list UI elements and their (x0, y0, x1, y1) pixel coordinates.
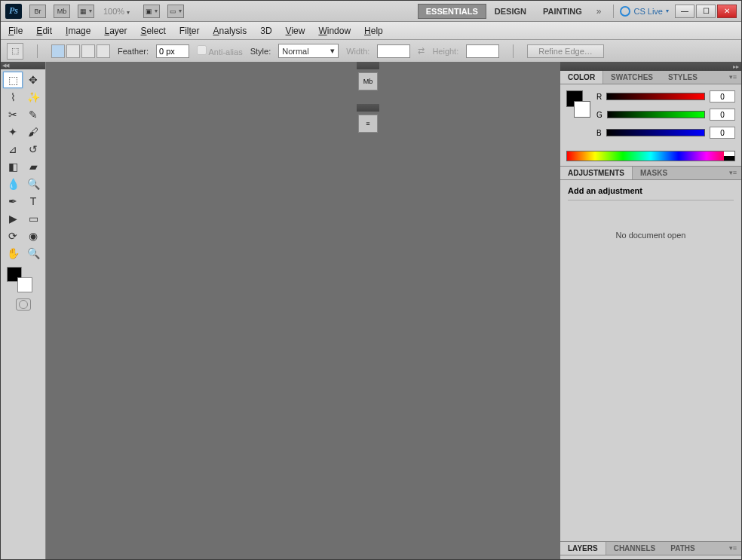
zoom-level[interactable]: 100% (103, 7, 130, 16)
swap-wh-icon: ⇄ (418, 46, 425, 56)
tool-eyedropper[interactable]: ✎ (23, 106, 43, 123)
slider-green[interactable] (607, 111, 705, 118)
tab-layers[interactable]: LAYERS (560, 542, 606, 555)
selection-mode-group (51, 44, 110, 58)
menu-image[interactable]: Image (66, 26, 90, 36)
bridge-button[interactable]: Br (29, 5, 46, 18)
minimize-button[interactable]: — (675, 5, 694, 18)
workspace-switcher: ESSENTIALS DESIGN PAINTING » (418, 4, 608, 19)
tool-gradient[interactable]: ▰ (23, 158, 43, 175)
antialias-checkbox: Anti-alias (197, 45, 243, 57)
tool-history-brush[interactable]: ↺ (23, 141, 43, 158)
tool-path-select[interactable]: ▶ (3, 210, 23, 227)
selection-new[interactable] (51, 44, 65, 58)
tab-adjustments[interactable]: ADJUSTMENTS (560, 167, 633, 179)
title-bar: Ps Br Mb ▦ 100% ▣ ▭ ESSENTIALS DESIGN PA… (1, 1, 741, 22)
color-spectrum[interactable] (566, 151, 735, 161)
tool-shape[interactable]: ▭ (23, 210, 43, 227)
options-bar: ⬚ Feather: Anti-alias Style: Normal▾ Wid… (1, 40, 741, 63)
tab-color[interactable]: COLOR (560, 71, 603, 84)
height-label: Height: (432, 47, 458, 56)
tool-3d-orbit[interactable]: ◉ (23, 228, 43, 244)
menu-filter[interactable]: Filter (179, 26, 200, 36)
feather-label: Feather: (118, 47, 149, 56)
app-logo: Ps (5, 4, 22, 19)
workspace-design[interactable]: DESIGN (486, 4, 535, 19)
menu-3d[interactable]: 3D (260, 26, 271, 36)
arrange-docs-dropdown[interactable]: ▣ (143, 5, 160, 18)
selection-intersect[interactable] (97, 44, 110, 58)
cs-live-button[interactable]: CS Live▾ (620, 6, 669, 17)
tool-pen[interactable]: ✒ (3, 193, 23, 210)
color-panel-menu[interactable]: ▾≡ (725, 71, 741, 84)
screen-mode-dropdown[interactable]: ▭ (167, 5, 184, 18)
quick-mask-toggle[interactable] (16, 298, 31, 311)
current-tool-preset[interactable]: ⬚ (7, 43, 23, 60)
maximize-button[interactable]: ☐ (696, 5, 716, 18)
menu-edit[interactable]: Edit (36, 26, 52, 36)
value-blue[interactable] (710, 127, 735, 139)
tool-clone[interactable]: ⊿ (3, 141, 23, 158)
tab-masks[interactable]: MASKS (633, 167, 675, 179)
menu-bar: File Edit Image Layer Select Filter Anal… (1, 22, 741, 40)
value-red[interactable] (710, 90, 735, 103)
slider-blue[interactable] (606, 129, 705, 136)
adjustments-title: Add an adjustment (568, 186, 734, 195)
feather-input[interactable] (156, 44, 189, 58)
tool-type[interactable]: T (23, 193, 43, 210)
tool-marquee[interactable]: ⬚ (3, 72, 23, 88)
panels-collapse-icon[interactable]: ▸▸ (733, 63, 739, 70)
menu-select[interactable]: Select (140, 26, 165, 36)
tool-hand[interactable]: ✋ (3, 245, 23, 262)
workspace-more[interactable]: » (590, 6, 608, 17)
menu-help[interactable]: Help (364, 26, 383, 36)
tab-swatches[interactable]: SWATCHES (603, 71, 661, 84)
menu-analysis[interactable]: Analysis (213, 26, 247, 36)
width-label: Width: (346, 47, 369, 56)
selection-add[interactable] (66, 44, 80, 58)
background-color[interactable] (17, 277, 32, 292)
tool-lasso[interactable]: ⌇ (3, 89, 23, 106)
adjustments-panel-tabs: ADJUSTMENTS MASKS ▾≡ (560, 167, 741, 180)
panel-background-color[interactable] (574, 101, 590, 118)
style-select[interactable]: Normal▾ (278, 44, 339, 58)
tab-styles[interactable]: STYLES (661, 71, 705, 84)
tool-spot-heal[interactable]: ✦ (3, 124, 23, 140)
dock-history-icon[interactable]: ≡ (358, 115, 378, 133)
collapsed-dock: Mb ≡ (357, 62, 379, 136)
adjustments-panel-menu[interactable]: ▾≡ (725, 167, 741, 179)
tab-channels[interactable]: CHANNELS (606, 542, 664, 555)
close-button[interactable]: ✕ (717, 5, 737, 18)
tool-brush[interactable]: 🖌 (23, 124, 43, 140)
slider-red[interactable] (606, 93, 705, 100)
color-swatch-tool[interactable] (1, 264, 45, 294)
tool-dodge[interactable]: 🔍 (23, 176, 43, 192)
selection-subtract[interactable] (81, 44, 95, 58)
workspace-painting[interactable]: PAINTING (535, 4, 590, 19)
menu-layer[interactable]: Layer (104, 26, 127, 36)
value-green[interactable] (710, 109, 735, 121)
tool-blur[interactable]: 💧 (3, 176, 23, 192)
tool-eraser[interactable]: ◧ (3, 158, 23, 175)
menu-view[interactable]: View (286, 26, 305, 36)
tool-zoom[interactable]: 🔍 (23, 245, 43, 262)
tools-collapse-icon[interactable]: ◀◀ (2, 63, 8, 69)
dock-minibridge-icon[interactable]: Mb (358, 72, 378, 90)
tab-paths[interactable]: PATHS (663, 542, 702, 555)
adjustments-empty-msg: No document open (568, 231, 734, 240)
refine-edge-button: Refine Edge… (527, 44, 604, 58)
cs-live-icon (620, 6, 630, 17)
workspace-essentials[interactable]: ESSENTIALS (418, 4, 486, 19)
tool-move[interactable]: ✥ (23, 72, 43, 88)
tools-panel: ◀◀ ⬚ ✥ ⌇ ✨ ✂ ✎ ✦ 🖌 ⊿ ↺ ◧ ▰ 💧 🔍 ✒ T ▶ ▭ ⟳… (1, 62, 46, 559)
tool-quick-select[interactable]: ✨ (23, 89, 43, 106)
minibridge-button[interactable]: Mb (54, 5, 70, 18)
tool-crop[interactable]: ✂ (3, 106, 23, 123)
layers-panel-menu[interactable]: ▾≡ (725, 542, 741, 555)
adjustments-panel: Add an adjustment No document open (560, 180, 741, 246)
menu-file[interactable]: File (8, 26, 23, 36)
view-extras-dropdown[interactable]: ▦ (78, 5, 94, 18)
menu-window[interactable]: Window (318, 26, 351, 36)
tool-3d-rotate[interactable]: ⟳ (3, 228, 23, 244)
width-input (377, 44, 410, 58)
